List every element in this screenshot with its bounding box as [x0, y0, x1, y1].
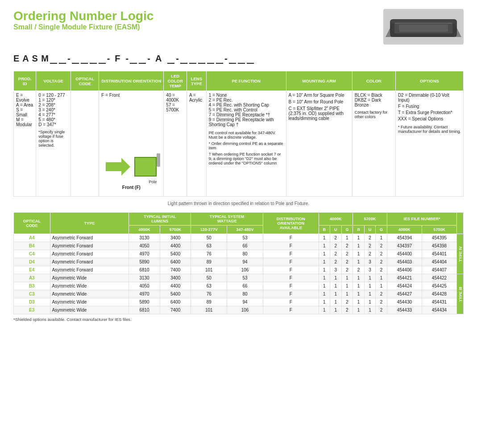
row-cell: 454421 — [387, 274, 422, 282]
row-cell: 2 — [376, 306, 387, 314]
blank9 — [167, 55, 174, 64]
code-a: A — [155, 53, 162, 64]
row-type: Asymmetric Forward — [50, 250, 129, 258]
row-cell: 2 — [376, 242, 387, 250]
opt-t: T = Extra Surge Protection* — [398, 110, 461, 115]
row-cell: 4050 — [129, 282, 160, 290]
row-cell: 1 — [330, 298, 342, 306]
row-cell: 3400 — [160, 274, 191, 282]
row-cell: 3130 — [129, 234, 160, 242]
row-cell: 4050 — [129, 242, 160, 250]
fixture-image — [383, 9, 464, 45]
row-cell: 1 — [341, 234, 353, 242]
arm-a: A = 10" Arm for Square Pole — [289, 93, 350, 98]
row-cell: 106 — [227, 266, 263, 274]
svg-marker-4 — [106, 158, 130, 176]
row-cell: 454403 — [387, 258, 422, 266]
header-title: Ordering Number Logic Small / Single Mod… — [13, 9, 153, 31]
row-cell: 1 — [330, 290, 342, 298]
blank10 — [180, 55, 187, 64]
pole-label: Pole — [149, 180, 157, 184]
blank4 — [81, 55, 88, 64]
row-cell: 50 — [191, 274, 227, 282]
row-cell: F — [263, 290, 319, 298]
col-lens-type: LENS TYPE — [187, 71, 206, 91]
row-cell: 3 — [364, 266, 376, 274]
row-cell: 2 — [341, 306, 353, 314]
row-cell: 2 — [353, 266, 365, 274]
row-cell: 76 — [191, 290, 227, 298]
row-cell: 106 — [227, 306, 263, 314]
blank14 — [216, 55, 223, 64]
row-cell: 1 — [319, 282, 330, 290]
th-4000k: 4000K — [319, 213, 353, 226]
code-easm: E A S M — [13, 53, 49, 64]
lens-type-cell: A = Acrylic — [187, 91, 206, 197]
row-cell: F — [263, 266, 319, 274]
pe-function-cell: 1 = None 2 = PE Rec. 4 = PE Rec. with Sh… — [206, 91, 286, 197]
row-type-label: TYPE IV — [457, 234, 464, 274]
row-optical-code: B3 — [14, 282, 50, 290]
pe-7: 7 = Dimming PE Receptacle *† — [209, 112, 284, 117]
blank16 — [238, 55, 245, 64]
voltage-cell: 0 = 120 - 277 1 = 120* 2 = 208* 3 = 240*… — [36, 91, 71, 197]
th-optical-code: OPTICALCODE — [14, 213, 50, 234]
th-b4k: B — [319, 226, 330, 234]
voltage-2: 2 = 208* — [38, 103, 68, 107]
row-cell: 454431 — [422, 298, 456, 306]
row-cell: 1 — [319, 274, 330, 282]
blank7 — [130, 55, 137, 64]
color-note: Contact factory for other colors — [355, 110, 393, 119]
table-row: E4Asymmetric Forward68107400101106F13223… — [14, 266, 464, 274]
opt-xxx: XXX = Special Options — [398, 116, 461, 121]
row-cell: 2 — [364, 242, 376, 250]
row-cell: F — [263, 258, 319, 266]
svg-marker-3 — [386, 24, 461, 37]
row-cell: 1 — [353, 306, 365, 314]
row-cell: 1 — [319, 266, 330, 274]
row-optical-code: E4 — [14, 266, 50, 274]
row-cell: F — [263, 234, 319, 242]
row-cell: 1 — [364, 306, 376, 314]
row-cell: 2 — [341, 298, 353, 306]
row-type: Asymmetric Forward — [50, 242, 129, 250]
row-cell: 7400 — [160, 266, 191, 274]
blank2 — [59, 55, 66, 64]
pe-2: 2 = PE Rec. — [209, 98, 284, 103]
row-cell: 53 — [227, 234, 263, 242]
th-ies: IES FILE NUMBER* — [387, 213, 456, 226]
table-row: D3Asymmetric Wide589064008994F1121124544… — [14, 298, 464, 306]
th-l4k: 4000K — [129, 226, 160, 234]
th-typical-lumens: TYPICAL INITIALLUMENS — [129, 213, 191, 226]
row-optical-code: C4 — [14, 250, 50, 258]
th-distribution: DISTRIBUTIONORIENTATIONAVAILABLE — [263, 213, 319, 234]
blank12 — [198, 55, 205, 64]
optical-table-wrapper: OPTICALCODE TYPE TYPICAL INITIALLUMENS T… — [13, 212, 464, 322]
th-5700k: 5700K — [353, 213, 387, 226]
row-cell: 2 — [341, 250, 353, 258]
row-cell: 3 — [364, 258, 376, 266]
col-options: OPTIONS — [395, 71, 463, 91]
row-cell: 1 — [364, 290, 376, 298]
row-cell: 1 — [353, 290, 365, 298]
row-type: Asymmetric Forward — [50, 258, 129, 266]
row-type: Asymmetric Forward — [50, 266, 129, 274]
lens-a: A = Acrylic — [189, 93, 204, 103]
th-g4k: G — [341, 226, 353, 234]
row-cell: 2 — [376, 290, 387, 298]
voltage-0: 0 = 120 - 277 — [38, 93, 68, 98]
opt-note: * Future availability. Contact manufactu… — [398, 125, 461, 134]
row-type: Asymmetric Wide — [50, 274, 129, 282]
row-cell: 63 — [191, 282, 227, 290]
row-cell: 1 — [330, 282, 342, 290]
row-cell: 66 — [227, 282, 263, 290]
prod-id-e: E = Evolve — [16, 93, 33, 103]
row-cell: 1 — [330, 274, 342, 282]
th-w120: 120-277V — [191, 226, 227, 234]
row-cell: 80 — [227, 290, 263, 298]
row-cell: F — [263, 242, 319, 250]
row-cell: 1 — [319, 242, 330, 250]
voltage-4: 4 = 277* — [38, 112, 68, 117]
opt-d2: D2 = Dimmable (0-10 Volt Input) — [398, 93, 461, 103]
voltage-note: *Specify single voltage if fuse option i… — [38, 130, 68, 148]
